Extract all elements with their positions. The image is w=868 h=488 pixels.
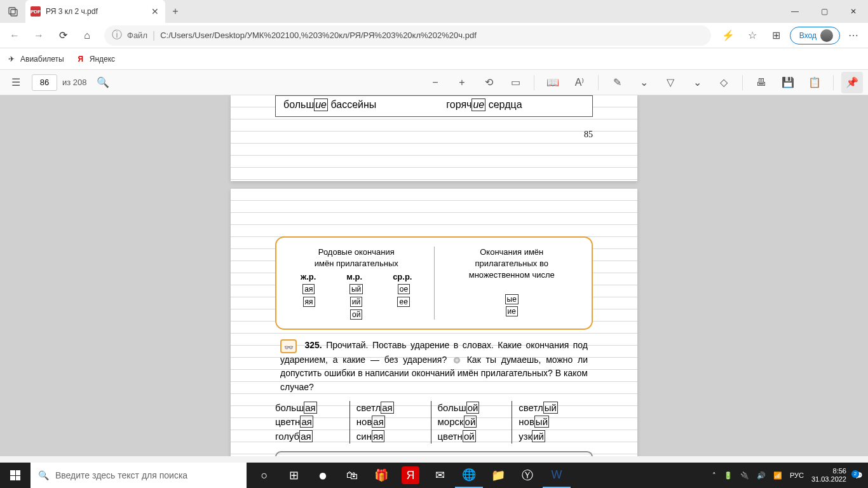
avatar: [820, 29, 833, 42]
explorer-icon[interactable]: 📁: [484, 463, 512, 488]
tab-title: РЯ 3 кл 2 ч.pdf: [46, 7, 146, 16]
start-button[interactable]: [0, 463, 31, 488]
draw-dropdown-icon[interactable]: ⌄: [633, 72, 654, 93]
url-box[interactable]: ⓘ Файл | C:/Users/User/Desktop/УМК%20210…: [104, 25, 711, 46]
system-tray: ˄ 🔋 🔌 🔊 📶 РУС 8:56 31.03.2022 💬2: [712, 463, 868, 488]
menu-icon[interactable]: ⋯: [843, 25, 864, 46]
close-tab-icon[interactable]: ✕: [151, 6, 159, 17]
battery-icon[interactable]: 🔋: [724, 471, 733, 480]
word-icon[interactable]: W: [543, 463, 571, 488]
cortana-icon[interactable]: ○: [250, 463, 278, 488]
volume-icon[interactable]: 🔊: [757, 471, 766, 480]
browser-tab[interactable]: PDF РЯ 3 кл 2 ч.pdf ✕: [25, 0, 165, 23]
login-label: Вход: [799, 31, 817, 40]
new-tab-button[interactable]: +: [165, 6, 186, 17]
page-total: из 208: [62, 78, 87, 87]
notifications-icon[interactable]: 💬2: [854, 471, 863, 480]
search-icon: 🔍: [38, 470, 49, 480]
bookmark-label: Авиабилеты: [20, 55, 64, 64]
forward-button[interactable]: →: [28, 25, 50, 46]
page-view-icon[interactable]: 📖: [542, 72, 564, 93]
plane-icon: ✈: [6, 54, 17, 64]
pin-icon[interactable]: 📌: [841, 72, 863, 93]
read-aloud-icon[interactable]: A⁾: [569, 72, 590, 93]
save-as-icon[interactable]: 📋: [804, 72, 825, 93]
login-button[interactable]: Вход: [790, 27, 840, 44]
contents-icon[interactable]: ☰: [5, 72, 27, 93]
language-indicator[interactable]: РУС: [790, 471, 804, 479]
grammar-rule-box: Родовые окончанияимён прилагательных ж.р…: [275, 236, 593, 330]
taskbar-search[interactable]: 🔍 Введите здесь текст для поиска: [31, 463, 247, 488]
collections-icon[interactable]: ⊞: [766, 25, 787, 46]
gift-icon[interactable]: 🎁: [367, 463, 395, 488]
erase-icon[interactable]: ◇: [713, 72, 735, 93]
bookmarks-bar: ✈ Авиабилеты Я Яндекс: [0, 48, 868, 70]
home-button[interactable]: ⌂: [76, 25, 98, 46]
maximize-button[interactable]: ▢: [810, 0, 839, 23]
zoom-out-icon[interactable]: −: [424, 72, 446, 93]
tab-actions-icon[interactable]: [0, 6, 25, 17]
save-icon[interactable]: 💾: [777, 72, 799, 93]
highlight-icon[interactable]: ▽: [660, 72, 681, 93]
wifi-icon[interactable]: 📶: [773, 471, 782, 480]
pdf-file-icon: PDF: [31, 6, 41, 17]
store-icon[interactable]: 🛍: [338, 463, 366, 488]
url-text: C:/Users/User/Desktop/УМК%202100,%203%20…: [160, 30, 477, 40]
yandex-launcher-icon[interactable]: Ⓨ: [513, 463, 541, 488]
bookmark-yandex[interactable]: Я Яндекс: [76, 54, 115, 64]
search-icon[interactable]: 🔍: [92, 72, 114, 93]
svg-rect-1: [11, 10, 17, 16]
print-icon[interactable]: 🖶: [750, 72, 772, 93]
mail-icon[interactable]: ✉: [426, 463, 454, 488]
page-number: 85: [275, 130, 593, 140]
read-aloud-icon[interactable]: ⚡: [717, 25, 739, 46]
search-placeholder: Введите здесь текст для поиска: [55, 470, 187, 480]
refresh-button[interactable]: ⟳: [52, 25, 74, 46]
glasses-icon: [280, 339, 297, 353]
pdf-viewport[interactable]: большие бассейны горячие сердца 85 Родов…: [0, 95, 868, 456]
taskbar: 🔍 Введите здесь текст для поиска ○ ⊞ ● 🛍…: [0, 463, 868, 488]
page-number-input[interactable]: [32, 74, 57, 91]
titlebar: PDF РЯ 3 кл 2 ч.pdf ✕ + — ▢ ✕: [0, 0, 868, 23]
pdf-page-85: большие бассейны горячие сердца 85: [231, 95, 637, 181]
clock[interactable]: 8:56 31.03.2022: [811, 467, 846, 484]
word-table: большая цветная голубая светлая новая си…: [275, 401, 593, 444]
draw-icon[interactable]: ✎: [606, 72, 628, 93]
edge-icon[interactable]: 🌐: [455, 463, 483, 488]
tray-chevron-icon[interactable]: ˄: [712, 471, 716, 480]
exercise-325: 325. Прочитай. Поставь ударение в словах…: [275, 339, 593, 394]
zoom-in-icon[interactable]: +: [451, 72, 473, 93]
favorites-icon[interactable]: ☆: [742, 25, 763, 46]
file-label: Файл: [127, 30, 147, 40]
highlight-dropdown-icon[interactable]: ⌄: [686, 72, 708, 93]
windows-icon: [10, 470, 20, 480]
rotate-icon[interactable]: ⟲: [478, 72, 499, 93]
task-view-icon[interactable]: ⊞: [280, 463, 308, 488]
close-window-button[interactable]: ✕: [839, 0, 868, 23]
pdf-toolbar: ☰ из 208 🔍 − + ⟲ ▭ 📖 A⁾ ✎ ⌄ ▽ ⌄ ◇ 🖶 💾 📋 …: [0, 70, 868, 95]
info-icon[interactable]: ⓘ: [112, 29, 122, 42]
yandex-icon: Я: [76, 54, 86, 64]
bookmark-label: Яндекс: [90, 55, 115, 64]
minimize-button[interactable]: —: [780, 0, 810, 23]
fit-page-icon[interactable]: ▭: [505, 72, 526, 93]
url-separator: |: [153, 30, 155, 41]
power-icon[interactable]: 🔌: [740, 471, 749, 480]
yandex-icon[interactable]: Я: [402, 466, 419, 484]
window-controls: — ▢ ✕: [780, 0, 868, 23]
addressbar: ← → ⟳ ⌂ ⓘ Файл | C:/Users/User/Desktop/У…: [0, 23, 868, 48]
disc-icon: [454, 357, 460, 363]
back-button[interactable]: ←: [4, 25, 25, 46]
svg-rect-0: [9, 8, 15, 14]
yandex-browser-icon[interactable]: ●: [309, 463, 337, 488]
pdf-page-86: Родовые окончанияимён прилагательных ж.р…: [231, 189, 637, 456]
bookmark-aviabilets[interactable]: ✈ Авиабилеты: [6, 54, 64, 64]
